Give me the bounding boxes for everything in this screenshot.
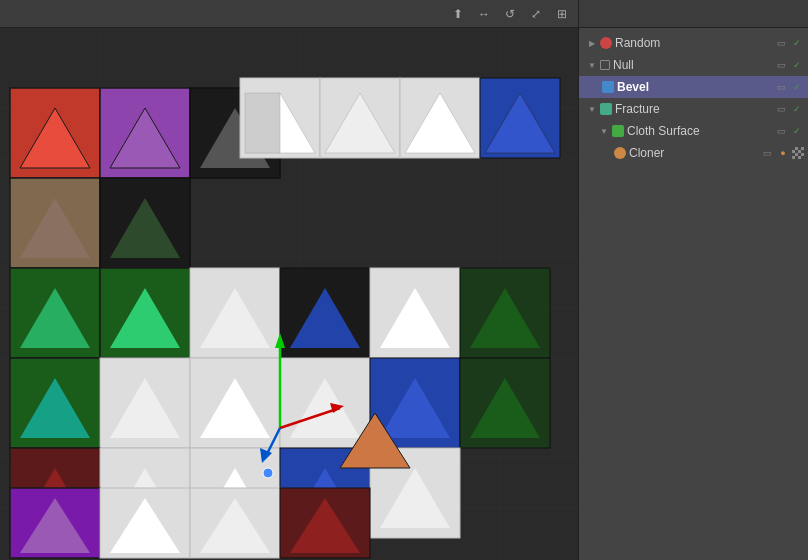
object-item-random[interactable]: ▶ Random ▭ ✓ [579, 32, 808, 54]
active-icon-cloth[interactable]: ✓ [790, 124, 804, 138]
rotate-icon[interactable]: ↺ [500, 4, 520, 24]
right-panel: ▶ Random ▭ ✓ ▼ Null ▭ ✓ [578, 0, 808, 560]
expand-icon-null[interactable]: ▼ [587, 60, 597, 70]
orange-dot-cloner[interactable]: ● [776, 146, 790, 160]
object-list: ▶ Random ▭ ✓ ▼ Null ▭ ✓ [579, 28, 808, 560]
main-container: ⬆ ↔ ↺ ⤢ ⊞ [0, 0, 808, 560]
move-icon[interactable]: ⬆ [448, 4, 468, 24]
object-actions-null: ▭ ✓ [774, 58, 804, 72]
object-icon-fracture [600, 103, 612, 115]
object-icon-null [600, 60, 610, 70]
object-label-cloth: Cloth Surface [627, 124, 774, 138]
viewport[interactable]: ⬆ ↔ ↺ ⤢ ⊞ [0, 0, 578, 560]
object-label-null: Null [613, 58, 774, 72]
svg-point-84 [263, 468, 273, 478]
visibility-icon-null[interactable]: ▭ [774, 58, 788, 72]
object-icon-random [600, 37, 612, 49]
pan-icon[interactable]: ↔ [474, 4, 494, 24]
visibility-icon-random[interactable]: ▭ [774, 36, 788, 50]
visibility-icon-fracture[interactable]: ▭ [774, 102, 788, 116]
scale-icon[interactable]: ⤢ [526, 4, 546, 24]
expand-icon-fracture[interactable]: ▼ [587, 104, 597, 114]
visibility-icon-cloner[interactable]: ▭ [760, 146, 774, 160]
object-label-random: Random [615, 36, 774, 50]
object-item-cloner[interactable]: Cloner ▭ ● [579, 142, 808, 164]
viewport-toolbar: ⬆ ↔ ↺ ⤢ ⊞ [0, 0, 578, 28]
object-icon-cloner [614, 147, 626, 159]
object-label-cloner: Cloner [629, 146, 760, 160]
visibility-icon-bevel[interactable]: ▭ [774, 80, 788, 94]
object-actions-bevel: ▭ ✓ [774, 80, 804, 94]
scene-canvas [0, 28, 578, 560]
object-item-fracture[interactable]: ▼ Fracture ▭ ✓ [579, 98, 808, 120]
active-icon-random[interactable]: ✓ [790, 36, 804, 50]
active-icon-fracture[interactable]: ✓ [790, 102, 804, 116]
object-item-cloth-surface[interactable]: ▼ Cloth Surface ▭ ✓ [579, 120, 808, 142]
visibility-icon-cloth[interactable]: ▭ [774, 124, 788, 138]
object-actions-random: ▭ ✓ [774, 36, 804, 50]
active-icon-null[interactable]: ✓ [790, 58, 804, 72]
grid-icon[interactable]: ⊞ [552, 4, 572, 24]
object-label-fracture: Fracture [615, 102, 774, 116]
object-actions-cloner: ▭ ● [760, 146, 804, 160]
object-item-bevel[interactable]: Bevel ▭ ✓ [579, 76, 808, 98]
expand-icon-random[interactable]: ▶ [587, 38, 597, 48]
panel-header [579, 0, 808, 28]
object-icon-cloth [612, 125, 624, 137]
svg-marker-29 [245, 93, 280, 153]
checkered-icon-cloner[interactable] [792, 147, 804, 159]
object-actions-cloth: ▭ ✓ [774, 124, 804, 138]
active-icon-bevel[interactable]: ✓ [790, 80, 804, 94]
scene-svg [0, 28, 578, 560]
object-actions-fracture: ▭ ✓ [774, 102, 804, 116]
expand-icon-cloth[interactable]: ▼ [599, 126, 609, 136]
object-label-bevel: Bevel [617, 80, 774, 94]
object-icon-bevel [602, 81, 614, 93]
object-item-null[interactable]: ▼ Null ▭ ✓ [579, 54, 808, 76]
